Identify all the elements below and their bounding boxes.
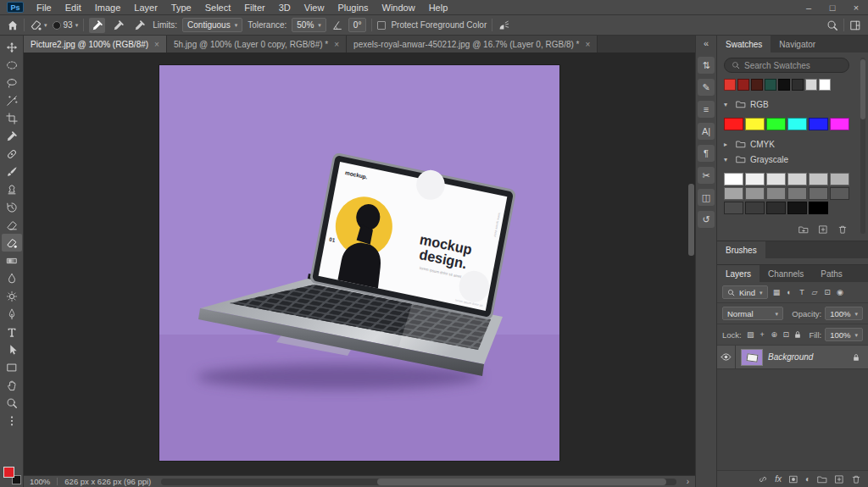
vertical-scrollbar-thumb[interactable] <box>688 184 694 255</box>
document-tab-3[interactable]: pexels-royal-anwar-450212.jpg @ 16.7% (L… <box>347 36 598 53</box>
crop-tool[interactable] <box>2 109 22 127</box>
swatches-scrollbar-thumb[interactable] <box>860 59 865 119</box>
minimize-button[interactable]: – <box>797 0 821 14</box>
quick-selection-tool[interactable] <box>2 91 22 109</box>
menu-item-view[interactable]: View <box>298 0 331 14</box>
menu-item-help[interactable]: Help <box>422 0 455 14</box>
history-brush-tool[interactable] <box>2 198 22 216</box>
lock-pixels-icon[interactable]: + <box>757 329 768 340</box>
brush-tool[interactable] <box>2 163 22 180</box>
clone-stamp-tool[interactable] <box>2 180 22 198</box>
color-swatch[interactable] <box>751 79 763 91</box>
document-tab-2[interactable]: 5h.jpg @ 100% (Layer 0 copy, RGB/8#) *× <box>167 36 347 53</box>
scissors-panel-icon[interactable]: ✂ <box>698 167 715 184</box>
search-icon[interactable] <box>826 19 838 31</box>
filter-type-layers-icon[interactable]: T <box>797 286 808 298</box>
color-swatch[interactable] <box>745 118 765 130</box>
adjustment-layer-icon[interactable]: ◐ <box>805 474 810 484</box>
home-icon[interactable] <box>7 19 19 31</box>
dodge-tool[interactable] <box>2 287 22 305</box>
arrows-panel-icon[interactable]: ⇅ <box>698 57 715 74</box>
color-swatch[interactable] <box>765 79 776 91</box>
lock-position-icon[interactable]: ⊕ <box>769 329 780 340</box>
rectangle-tool[interactable] <box>2 358 22 376</box>
tab-channels[interactable]: Channels <box>760 265 812 282</box>
background-eraser-tool[interactable] <box>2 234 22 252</box>
search-swatches-input[interactable]: Search Swatches <box>724 58 849 73</box>
tab-brushes[interactable]: Brushes <box>717 241 765 258</box>
horizontal-scrollbar-thumb[interactable] <box>377 479 665 485</box>
paragraph-panel-icon[interactable]: ¶ <box>698 145 715 162</box>
menu-item-select[interactable]: Select <box>198 0 238 14</box>
color-swatch[interactable] <box>805 79 817 91</box>
color-swatch[interactable] <box>787 173 807 185</box>
filter-adjustment-layers-icon[interactable]: ◐ <box>784 286 795 298</box>
color-swatch[interactable] <box>724 173 743 185</box>
character-panel-icon[interactable]: A| <box>698 123 715 140</box>
layer-row-background[interactable]: Background <box>717 346 868 369</box>
filter-toggle-icon[interactable]: ◉ <box>835 286 846 298</box>
tab-layers[interactable]: Layers <box>717 265 760 282</box>
pen-tool[interactable] <box>2 305 22 323</box>
kind-dropdown[interactable]: Kind ▾ <box>722 285 768 299</box>
swatch-group-cmyk[interactable]: ▸CMYK <box>724 136 861 152</box>
opacity-dropdown[interactable]: 100% ▾ <box>825 307 863 320</box>
marquee-tool[interactable] <box>2 56 22 74</box>
close-button[interactable]: × <box>844 0 868 14</box>
adjustments-panel-icon[interactable]: ≡ <box>698 101 715 118</box>
zoom-tool[interactable] <box>2 394 22 412</box>
menu-item-3d[interactable]: 3D <box>272 0 298 14</box>
delete-swatch-icon[interactable] <box>837 224 848 235</box>
hand-tool[interactable] <box>2 376 22 394</box>
tab-paths[interactable]: Paths <box>812 265 851 282</box>
airbrush-icon[interactable] <box>498 19 509 31</box>
type-tool[interactable] <box>2 323 22 340</box>
canvas-area[interactable]: mockup. 01 mockup design. lorem ipsum do… <box>24 53 695 475</box>
color-swatch[interactable] <box>809 118 828 130</box>
tab-close-icon[interactable]: × <box>154 40 159 49</box>
menu-item-window[interactable]: Window <box>376 0 422 14</box>
document-canvas[interactable]: mockup. 01 mockup design. lorem ipsum do… <box>159 65 559 461</box>
menu-item-layer[interactable]: Layer <box>127 0 164 14</box>
color-swatch[interactable] <box>766 202 786 214</box>
brush-size-picker[interactable]: 93 ▾ <box>53 20 79 30</box>
document-tab-1[interactable]: Picture2.jpg @ 100% (RGB/8#)× <box>24 36 167 53</box>
tool-preset-dropdown[interactable]: ▾ <box>30 19 47 31</box>
eraser-tool[interactable] <box>2 216 22 234</box>
new-group-icon[interactable] <box>817 474 827 484</box>
tab-swatches[interactable]: Swatches <box>717 36 771 53</box>
color-swatch[interactable] <box>745 202 765 214</box>
color-swatch[interactable] <box>792 79 804 91</box>
vertical-scrollbar[interactable] <box>688 54 694 473</box>
history-panel-icon[interactable]: ↺ <box>698 211 715 228</box>
path-selection-tool[interactable] <box>2 340 22 358</box>
foreground-color-swatch[interactable] <box>3 467 14 478</box>
layer-thumbnail[interactable] <box>741 349 763 366</box>
tab-close-icon[interactable]: × <box>334 40 339 49</box>
new-swatch-icon[interactable] <box>818 224 828 235</box>
color-swatch[interactable] <box>724 79 736 91</box>
sampling-once-icon[interactable] <box>110 18 126 33</box>
link-layers-icon[interactable] <box>758 474 768 484</box>
color-swatch[interactable] <box>766 173 786 185</box>
filter-shape-layers-icon[interactable]: ▱ <box>810 286 821 298</box>
tab-close-icon[interactable]: × <box>585 40 590 49</box>
limits-dropdown[interactable]: Contiguous ▾ <box>182 18 242 32</box>
color-swatch[interactable] <box>737 79 749 91</box>
delete-layer-icon[interactable] <box>851 474 861 484</box>
layer-effects-icon[interactable]: fx <box>775 474 782 484</box>
workspace-switcher-icon[interactable] <box>849 19 861 31</box>
color-swatch[interactable] <box>809 187 828 200</box>
cube-panel-icon[interactable]: ◫ <box>698 189 715 206</box>
collapse-panels-icon[interactable]: « <box>704 38 709 52</box>
color-swatch[interactable] <box>745 187 765 200</box>
color-swatch[interactable] <box>724 118 743 130</box>
tolerance-dropdown[interactable]: 50% ▾ <box>292 18 326 32</box>
lock-transparency-icon[interactable]: ▨ <box>745 329 756 340</box>
eyedropper-tool[interactable] <box>2 127 22 145</box>
blend-mode-dropdown[interactable]: Normal ▾ <box>722 307 783 320</box>
pen-panel-icon[interactable]: ✎ <box>698 79 715 96</box>
menu-item-type[interactable]: Type <box>164 0 198 14</box>
menu-item-edit[interactable]: Edit <box>58 0 88 14</box>
healing-brush-tool[interactable] <box>2 145 22 163</box>
